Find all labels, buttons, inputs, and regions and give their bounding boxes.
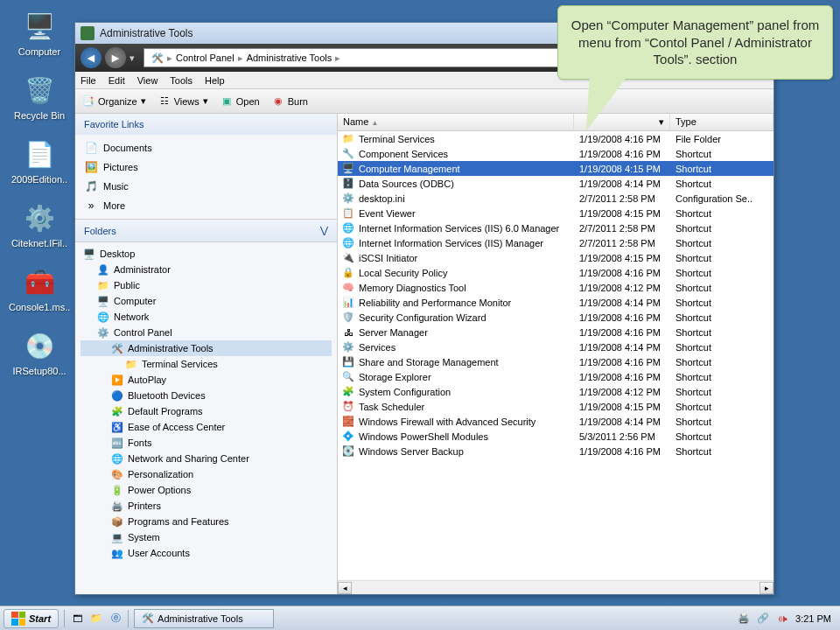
tree-item[interactable]: 📦Programs and Features	[80, 514, 332, 529]
tree-item[interactable]: 🌐Network	[80, 309, 332, 325]
breadcrumb-item[interactable]: Administrative Tools	[245, 52, 334, 63]
file-icon: ⏰	[341, 400, 355, 414]
file-row[interactable]: 🔧Component Services1/19/2008 4:16 PMShor…	[338, 146, 774, 161]
tree-item[interactable]: ♿Ease of Access Center	[80, 419, 332, 435]
file-row[interactable]: 💾Share and Storage Management1/19/2008 4…	[338, 354, 774, 369]
back-button[interactable]: ◄	[80, 47, 102, 68]
horizontal-scrollbar[interactable]: ◂ ▸	[338, 580, 774, 594]
tree-item[interactable]: 🧩Default Programs	[80, 403, 332, 419]
tree-icon: 🛠️	[110, 341, 124, 355]
col-type[interactable]: Type	[670, 114, 774, 130]
forward-button[interactable]: ►	[105, 47, 126, 68]
file-row[interactable]: 💠Windows PowerShell Modules5/3/2011 2:56…	[338, 429, 774, 444]
file-name: Server Manager	[359, 327, 428, 338]
file-date: 1/19/2008 4:16 PM	[574, 134, 670, 144]
right-pane: Name ▲ ▾ Date modified Type 📁Terminal Se…	[338, 114, 774, 594]
tree-item[interactable]: 🔵Bluetooth Devices	[80, 388, 332, 403]
desktop-icon[interactable]: 🖥️Computer	[9, 9, 70, 57]
tree-item[interactable]: 🎨Personalization	[80, 466, 332, 482]
tree-item[interactable]: 🖥️Desktop	[80, 246, 332, 262]
nav-dropdown-icon[interactable]: ▾	[130, 52, 135, 64]
favorite-link[interactable]: 🖼️Pictures	[84, 158, 328, 177]
tree-item[interactable]: 🔋Power Options	[80, 482, 332, 498]
menu-item[interactable]: View	[137, 75, 158, 86]
file-row[interactable]: 🔒Local Security Policy1/19/2008 4:16 PMS…	[338, 265, 774, 280]
favorites-header: Favorite Links	[75, 114, 337, 135]
organize-button[interactable]: 📑Organize ▾	[82, 95, 146, 108]
file-row[interactable]: 🌐Internet Information Services (IIS) Man…	[338, 235, 774, 250]
file-row[interactable]: ⏰Task Scheduler1/19/2008 4:15 PMShortcut	[338, 399, 774, 414]
menu-item[interactable]: Help	[205, 75, 225, 86]
tree-item[interactable]: 💻System	[80, 529, 332, 545]
desktop-icon[interactable]: 🧰Console1.ms..	[9, 264, 70, 312]
favorite-link[interactable]: 📄Documents	[84, 138, 328, 158]
tree-icon: 🖨️	[110, 499, 124, 513]
views-button[interactable]: ☷Views ▾	[158, 95, 208, 108]
file-row[interactable]: 🧠Memory Diagnostics Tool1/19/2008 4:12 P…	[338, 280, 774, 295]
file-row[interactable]: 🛡️Security Configuration Wizard1/19/2008…	[338, 310, 774, 325]
favorite-link[interactable]: 🎵Music	[84, 177, 328, 196]
file-name: Component Services	[359, 149, 448, 159]
favorite-link[interactable]: »More	[84, 196, 328, 215]
file-row[interactable]: 🔌iSCSI Initiator1/19/2008 4:15 PMShortcu…	[338, 250, 774, 265]
start-button[interactable]: Start	[4, 609, 59, 628]
file-name: Reliability and Performance Monitor	[359, 298, 511, 308]
show-desktop-icon[interactable]: 🗔	[70, 612, 84, 626]
tree-item[interactable]: 👥User Accounts	[80, 545, 332, 561]
menu-item[interactable]: File	[80, 75, 96, 86]
file-row[interactable]: 📊Reliability and Performance Monitor1/19…	[338, 295, 774, 310]
desktop-icon-glyph: ⚙️	[22, 200, 57, 235]
file-type: Shortcut	[670, 283, 774, 293]
burn-icon: ◉	[272, 95, 284, 108]
file-row[interactable]: 🖥️Computer Management1/19/2008 4:15 PMSh…	[338, 161, 774, 176]
tree-item[interactable]: ⚙️Control Panel	[80, 325, 332, 340]
window-icon	[80, 26, 94, 40]
file-row[interactable]: 🔍Storage Explorer1/19/2008 4:16 PMShortc…	[338, 369, 774, 384]
file-date: 1/19/2008 4:15 PM	[574, 208, 670, 219]
col-name[interactable]: Name ▲	[338, 114, 574, 130]
file-type: Shortcut	[670, 312, 774, 323]
menu-item[interactable]: Tools	[170, 75, 192, 86]
breadcrumb-item[interactable]: Control Panel	[174, 52, 236, 63]
clock[interactable]: 3:21 PM	[795, 613, 831, 624]
favorite-icon: 🎵	[84, 179, 98, 193]
file-row[interactable]: 🧩System Configuration1/19/2008 4:12 PMSh…	[338, 384, 774, 399]
tree-item[interactable]: 🔤Fonts	[80, 435, 332, 451]
menu-item[interactable]: Edit	[108, 75, 125, 86]
file-row[interactable]: 📋Event Viewer1/19/2008 4:15 PMShortcut	[338, 206, 774, 220]
file-type: Shortcut	[670, 431, 774, 442]
file-date: 1/19/2008 4:14 PM	[574, 178, 670, 189]
tray-volume-icon[interactable]: 🕪	[776, 612, 788, 625]
tree-item[interactable]: 🖨️Printers	[80, 498, 332, 514]
open-button[interactable]: ▣Open	[220, 95, 260, 108]
tree-item[interactable]: 🌐Network and Sharing Center	[80, 451, 332, 466]
file-row[interactable]: 📁Terminal Services1/19/2008 4:16 PMFile …	[338, 131, 774, 146]
tray-network-icon[interactable]: 🔗	[757, 612, 769, 625]
file-row[interactable]: ⚙️Services1/19/2008 4:14 PMShortcut	[338, 340, 774, 354]
file-row[interactable]: 🌐Internet Information Services (IIS) 6.0…	[338, 220, 774, 235]
explorer-icon[interactable]: 📁	[89, 612, 103, 626]
tree-item[interactable]: 📁Public	[80, 277, 332, 293]
desktop-icon[interactable]: ⚙️Citeknet.IFil..	[9, 200, 70, 248]
tree-item[interactable]: 👤Administrator	[80, 262, 332, 277]
file-row[interactable]: 💽Windows Server Backup1/19/2008 4:16 PMS…	[338, 444, 774, 458]
burn-button[interactable]: ◉Burn	[272, 95, 308, 108]
ie-icon[interactable]: ⓔ	[108, 612, 122, 626]
tree-item[interactable]: 🖥️Computer	[80, 293, 332, 309]
file-row[interactable]: 🖧Server Manager1/19/2008 4:16 PMShortcut	[338, 325, 774, 340]
desktop-icon[interactable]: 📄2009Edition..	[9, 136, 70, 185]
file-row[interactable]: 🗄️Data Sources (ODBC)1/19/2008 4:14 PMSh…	[338, 176, 774, 191]
scroll-left-button[interactable]: ◂	[338, 582, 352, 594]
desktop-icon[interactable]: 💿IRSetup80...	[9, 328, 70, 376]
tree-item[interactable]: 📁Terminal Services	[80, 356, 332, 372]
file-row[interactable]: 🧱Windows Firewall with Advanced Security…	[338, 414, 774, 429]
scroll-right-button[interactable]: ▸	[760, 582, 774, 594]
favorite-icon: »	[84, 199, 98, 213]
file-row[interactable]: ⚙️desktop.ini2/7/2011 2:58 PMConfigurati…	[338, 191, 774, 206]
taskbar-task[interactable]: 🛠️ Administrative Tools	[134, 609, 274, 628]
tray-icon[interactable]: 🖨️	[738, 612, 750, 625]
folders-header[interactable]: Folders⋁	[75, 219, 337, 242]
tree-item[interactable]: 🛠️Administrative Tools	[80, 340, 332, 356]
desktop-icon[interactable]: 🗑️Recycle Bin	[9, 73, 70, 121]
tree-item[interactable]: ▶️AutoPlay	[80, 372, 332, 388]
